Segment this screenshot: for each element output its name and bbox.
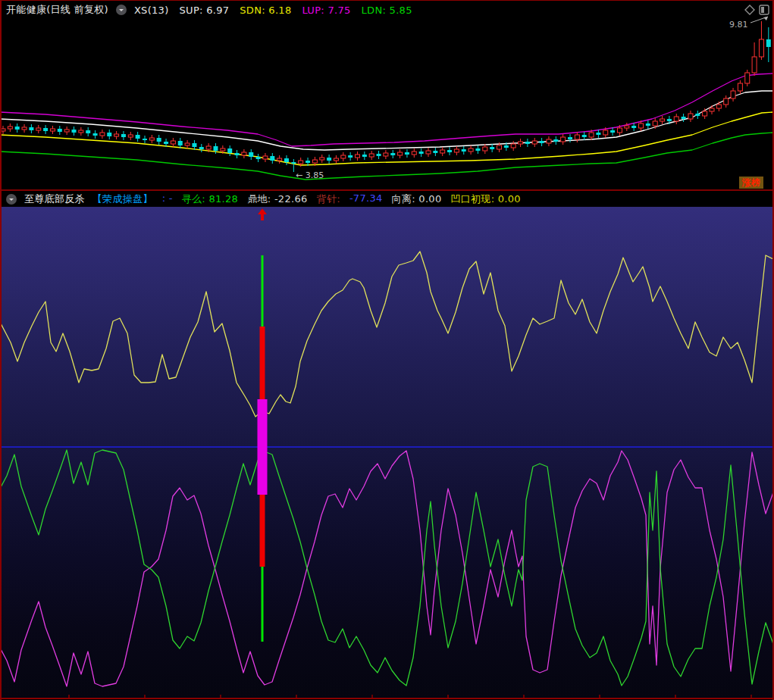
candle-body xyxy=(540,141,544,143)
frame-bottom xyxy=(0,698,774,699)
up-arrow-icon xyxy=(258,208,267,220)
signal-bar-segment xyxy=(260,495,265,567)
candle-body xyxy=(462,149,466,152)
rise-rank-badge[interactable]: 涨榜 xyxy=(739,177,763,189)
candle-body xyxy=(525,142,530,144)
candle-body xyxy=(447,150,452,152)
candle-body xyxy=(426,151,431,154)
candle-body xyxy=(242,152,246,155)
candle-body xyxy=(164,142,168,144)
header-token: 鼎地: -22.66 xyxy=(247,192,307,206)
candle-body xyxy=(58,129,62,132)
candle-body xyxy=(171,141,175,144)
candle-body xyxy=(157,138,161,142)
chevron-down-icon[interactable] xyxy=(116,5,127,15)
candle-body xyxy=(29,127,33,130)
candle-body xyxy=(384,153,388,156)
frame-top xyxy=(0,0,774,1)
low-price-label: ← 3.85 xyxy=(296,170,324,180)
candle-body xyxy=(320,158,324,160)
price-chart-header: 开能健康(日线 前复权) XS(13)SUP: 6.97SDN: 6.18LUP… xyxy=(6,2,412,17)
candle-body xyxy=(475,148,480,151)
candle-body xyxy=(299,161,303,164)
oscillator-yellow-line xyxy=(0,252,773,417)
candle-body xyxy=(667,119,672,121)
candle-body xyxy=(50,129,55,131)
header-token: 【荣成操盘】 xyxy=(92,192,153,206)
candle-body xyxy=(100,133,105,136)
header-token: SDN: 6.18 xyxy=(240,5,291,16)
indicator-title: 至尊底部反杀 xyxy=(24,192,85,206)
panel-layout-icon-fill xyxy=(761,7,764,13)
candle-body xyxy=(390,153,395,155)
candle-body xyxy=(603,130,608,135)
signal-bar-segment xyxy=(260,327,265,399)
candle-body xyxy=(312,160,317,163)
candle-body xyxy=(582,135,587,137)
candle-body xyxy=(610,130,615,133)
candle-body xyxy=(206,146,211,149)
candle-body xyxy=(348,155,353,158)
candle-body xyxy=(369,154,374,157)
candle-body xyxy=(688,114,693,119)
signal-bar-segment xyxy=(262,567,264,642)
candle-body xyxy=(64,130,69,132)
candle-body xyxy=(703,111,707,116)
candle-body xyxy=(766,39,771,47)
candle-body xyxy=(235,153,240,155)
indicator-readout-values: 【荣成操盘】: -寻么: 81.28鼎地: -22.66背针:-77.34向离:… xyxy=(92,192,521,206)
candle-body xyxy=(419,152,424,154)
candle-body xyxy=(532,141,537,144)
candle-body xyxy=(497,145,502,149)
candle-body xyxy=(249,152,253,157)
candle-body xyxy=(412,152,416,155)
header-token: -77.34 xyxy=(349,192,383,206)
header-token: SUP: 6.97 xyxy=(180,5,230,16)
candle-body xyxy=(114,134,119,136)
candle-body xyxy=(483,147,487,151)
candle-body xyxy=(149,138,154,140)
candle-body xyxy=(553,139,558,142)
header-token: XS(13) xyxy=(134,5,169,16)
candle-body xyxy=(284,158,289,162)
candle-body xyxy=(674,117,678,121)
candle-body xyxy=(575,135,579,139)
candle-body xyxy=(8,127,12,129)
candle-body xyxy=(710,108,714,111)
trading-app-window: 开能健康(日线 前复权) XS(13)SUP: 6.97SDN: 6.18LUP… xyxy=(0,0,774,700)
candle-body xyxy=(256,157,261,159)
chart-canvas[interactable]: ← 3.859.81 xyxy=(0,0,774,700)
candle-body xyxy=(716,105,721,108)
candle-body xyxy=(561,137,566,142)
candle-body xyxy=(227,148,232,153)
candle-body xyxy=(405,152,409,155)
header-token: 凹口初现: 0.00 xyxy=(450,192,520,206)
candle-body xyxy=(341,155,346,158)
candle-body xyxy=(646,123,650,126)
candle-body xyxy=(185,143,190,145)
panel-separator xyxy=(0,189,774,191)
frame-left xyxy=(0,0,2,700)
price-readout-values: XS(13)SUP: 6.97SDN: 6.18LUP: 7.75LDN: 5.… xyxy=(134,5,412,16)
diamond-icon[interactable] xyxy=(745,5,754,14)
candle-body xyxy=(660,119,665,121)
candle-body xyxy=(568,137,572,139)
chevron-down-icon[interactable] xyxy=(6,194,17,205)
candle-body xyxy=(589,133,594,137)
header-token: 向离: 0.00 xyxy=(392,192,442,206)
candle-body xyxy=(362,155,367,157)
candle-body xyxy=(759,39,763,57)
candle-body xyxy=(107,133,111,136)
candle-body xyxy=(490,147,494,149)
price-arrow-head xyxy=(763,17,768,20)
latest-high-label: 9.81 xyxy=(729,20,748,30)
candle-body xyxy=(731,91,735,98)
candle-body xyxy=(93,133,98,136)
candle-body xyxy=(639,123,644,128)
stock-title: 开能健康(日线 前复权) xyxy=(6,3,108,17)
candle-body xyxy=(653,121,657,126)
candle-body xyxy=(596,133,600,135)
candle-body xyxy=(625,126,629,128)
candle-body xyxy=(468,148,473,152)
indicator-header: 至尊底部反杀 【荣成操盘】: -寻么: 81.28鼎地: -22.66背针:-7… xyxy=(6,192,521,206)
